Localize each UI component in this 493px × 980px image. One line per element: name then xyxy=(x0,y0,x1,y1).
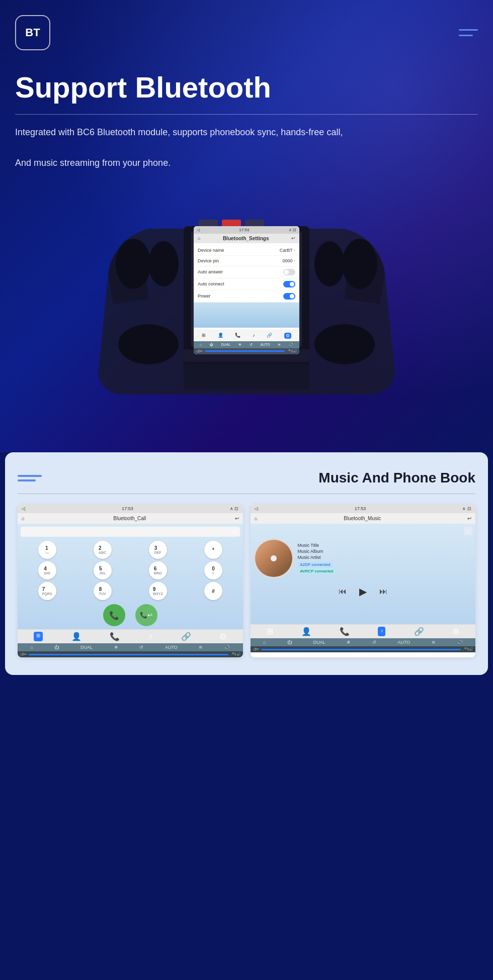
device-name-row[interactable]: Device name CarBT › xyxy=(194,245,299,256)
hamburger-menu[interactable] xyxy=(459,29,478,36)
key-9[interactable]: 9WXYZ xyxy=(149,582,167,600)
car-container: ◁ 17:53 ∧ ⊡ ⌂ Bluetooth_Settings ↩ Devic… xyxy=(83,199,410,425)
device-pin-row[interactable]: Device pin 0000 › xyxy=(194,256,299,266)
clear-icon[interactable]: ✕ xyxy=(232,529,236,534)
power-nav-call[interactable]: ⏻ xyxy=(54,645,59,650)
home-nav-call[interactable]: ⌂ xyxy=(30,645,33,650)
fan-nav[interactable]: ≋ xyxy=(278,343,281,347)
key-6[interactable]: 6MNO xyxy=(149,561,167,579)
dialpad: 1— 2ABC 3DEF * 4GHI 5JKL 6MNO 0+ 7PQRS 8… xyxy=(21,541,240,600)
key-2[interactable]: 2ABC xyxy=(94,541,112,559)
fan-nav-call[interactable]: ≋ xyxy=(199,645,203,650)
call-back-icon: ◁ xyxy=(22,506,25,511)
recirculate-nav-music[interactable]: ↺ xyxy=(372,640,376,645)
call-button[interactable]: 📞 xyxy=(103,604,125,626)
call-bottom-nav: ⌂ ⏻ DUAL ❄ ↺ AUTO ≋ 🔊 xyxy=(18,643,243,651)
key-0[interactable]: 0+ xyxy=(204,561,222,579)
call-home-icon: ⌂ xyxy=(22,516,25,521)
svg-rect-9 xyxy=(245,220,264,227)
home-nav-music[interactable]: ⌂ xyxy=(263,640,266,645)
key-hash[interactable]: # xyxy=(204,582,222,600)
recirculate-nav[interactable]: ↺ xyxy=(250,343,253,347)
power-row[interactable]: Power xyxy=(194,290,299,303)
power-toggle[interactable] xyxy=(283,293,295,300)
key-7[interactable]: 7PQRS xyxy=(38,582,56,600)
number-input[interactable]: ✕ xyxy=(21,527,240,537)
svg-point-4 xyxy=(148,241,179,286)
auto-answer-toggle[interactable] xyxy=(283,269,295,275)
contacts-icon-music[interactable]: 👤 xyxy=(301,627,311,636)
back-icon: ◁ xyxy=(197,228,200,232)
music-icon[interactable]: ♪ xyxy=(253,333,255,339)
key-4[interactable]: 4GHI xyxy=(38,561,56,579)
phone-icon-call[interactable]: 📞 xyxy=(110,632,120,641)
call-title-bar: ⌂ Bluetooth_Call ↩ xyxy=(18,513,243,524)
page-title: Support Bluetooth xyxy=(15,70,478,104)
music-home-icon: ⌂ xyxy=(255,516,258,521)
bt-logo: BT xyxy=(15,15,50,50)
link-icon-music[interactable]: 🔗 xyxy=(414,627,424,636)
auto-connect-toggle[interactable] xyxy=(283,281,295,287)
second-section: Music And Phone Book ◁ 17:53 ∧ ⊡ ⌂ Bluet… xyxy=(5,452,488,675)
subtitle: Integrated with BC6 Bluetooth module, su… xyxy=(15,125,478,171)
auto-answer-row[interactable]: Auto answer xyxy=(194,266,299,278)
phone-icon-music[interactable]: 📞 xyxy=(340,627,350,636)
key-star[interactable]: * xyxy=(204,541,222,559)
key-3[interactable]: 3DEF xyxy=(149,541,167,559)
settings-screen-title: Bluetooth_Settings xyxy=(223,236,269,241)
music-icon-music[interactable]: ♪ xyxy=(378,627,385,636)
settings-icon[interactable]: ⚙ xyxy=(284,333,291,339)
volume-nav-music[interactable]: 🔊 xyxy=(457,640,463,645)
prev-button[interactable]: ⏮ xyxy=(339,587,347,596)
music-artist: Music Artist xyxy=(298,555,338,560)
svg-point-6 xyxy=(314,241,345,286)
settings-icon-music[interactable]: ⚙ xyxy=(452,627,459,636)
snowflake-nav-music[interactable]: ❄ xyxy=(347,640,351,645)
key-1[interactable]: 1— xyxy=(38,541,56,559)
recirculate-nav-call[interactable]: ↺ xyxy=(139,645,143,650)
home-nav[interactable]: ⌂ xyxy=(200,343,202,346)
redial-button[interactable]: 📞↩ xyxy=(135,604,157,626)
next-button[interactable]: ⏭ xyxy=(379,587,387,596)
svg-rect-7 xyxy=(199,220,218,227)
album-area: Music Title Music Album Music Artist A2D… xyxy=(254,538,473,578)
call-action-buttons: 📞 📞↩ xyxy=(21,604,240,626)
link-icon[interactable]: 🔗 xyxy=(267,333,272,339)
key-8[interactable]: 8TUV xyxy=(94,582,112,600)
fan-nav-music[interactable]: ≋ xyxy=(432,640,436,645)
link-icon-call[interactable]: 🔗 xyxy=(181,632,191,641)
settings-body: Device name CarBT › Device pin 0000 › Au… xyxy=(194,243,299,330)
call-time: 17:53 xyxy=(122,506,133,511)
grid-icon-music[interactable]: ⊞ xyxy=(267,627,273,636)
power-nav[interactable]: ⏻ xyxy=(210,343,213,346)
snowflake-nav-call[interactable]: ❄ xyxy=(114,645,118,650)
music-title: Music Title xyxy=(298,543,338,548)
play-button[interactable]: ▶ xyxy=(359,585,367,598)
grid-icon[interactable]: ⊞ xyxy=(202,333,206,339)
bottom-icons: ⊞ 👤 📞 ♪ 🔗 ⚙ xyxy=(194,330,299,341)
phone-call-icon: 📞 xyxy=(109,611,119,620)
call-transport: ◁ 0 ↵ 🎤 0 🔊 xyxy=(18,651,243,657)
snowflake-nav[interactable]: ❄ xyxy=(238,343,241,347)
phone-icon[interactable]: 📞 xyxy=(235,333,240,339)
key-5[interactable]: 5JKL xyxy=(94,561,112,579)
contacts-icon-call[interactable]: 👤 xyxy=(71,632,81,641)
call-bottom-icons: ⊞ 👤 📞 ♪ 🔗 ⚙ xyxy=(18,629,243,643)
music-controls: ⏮ ▶ ⏭ xyxy=(254,582,473,601)
contacts-icon[interactable]: 👤 xyxy=(218,333,223,339)
music-info: Music Title Music Album Music Artist A2D… xyxy=(298,543,338,574)
grid-icon-call[interactable]: ⊞ xyxy=(34,632,43,641)
svg-point-3 xyxy=(116,239,151,289)
auto-answer-label: Auto answer xyxy=(198,269,223,274)
music-icon-call[interactable]: ♪ xyxy=(148,632,152,641)
bt-settings-screen: ◁ 17:53 ∧ ⊡ ⌂ Bluetooth_Settings ↩ Devic… xyxy=(194,226,299,354)
music-note-button[interactable]: ♪ xyxy=(464,527,472,535)
volume-nav[interactable]: 🔊 xyxy=(289,343,293,347)
header-section: BT Support Bluetooth Integrated with BC6… xyxy=(0,0,493,452)
volume-nav-call[interactable]: 🔊 xyxy=(224,645,230,650)
power-nav-music[interactable]: ⏻ xyxy=(287,640,292,645)
album-art xyxy=(254,538,294,578)
music-screen-title: Bluetooth_Music xyxy=(344,516,381,521)
auto-connect-row[interactable]: Auto connect xyxy=(194,278,299,290)
settings-icon-call[interactable]: ⚙ xyxy=(219,632,226,641)
